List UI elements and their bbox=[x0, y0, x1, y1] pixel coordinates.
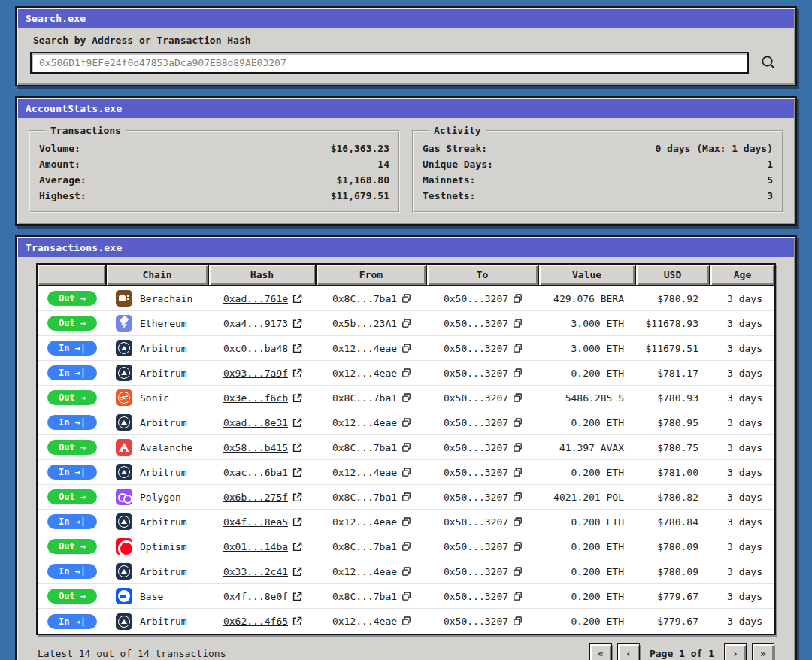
table-row: Out → Ethereum 0xa4...9173 0x5b...23A1 0… bbox=[38, 311, 774, 336]
copy-to-button[interactable] bbox=[513, 517, 523, 527]
column-header-age[interactable]: Age bbox=[710, 265, 774, 285]
column-header-chain[interactable]: Chain bbox=[107, 265, 209, 285]
hash-link[interactable]: 0x4f...8e0f bbox=[223, 591, 288, 602]
copy-to-button[interactable] bbox=[513, 294, 523, 304]
column-header-from[interactable]: From bbox=[317, 265, 427, 285]
copy-to-button[interactable] bbox=[513, 592, 523, 601]
tx-usd: $780.75 bbox=[657, 442, 698, 453]
copy-from-button[interactable] bbox=[401, 542, 411, 552]
tx-value: 0.200 ETH bbox=[571, 467, 624, 478]
copy-icon bbox=[401, 319, 411, 328]
copy-from-button[interactable] bbox=[401, 616, 411, 626]
copy-from-button[interactable] bbox=[401, 492, 411, 502]
external-link-icon[interactable] bbox=[292, 567, 302, 577]
copy-icon bbox=[513, 592, 523, 601]
copy-from-button[interactable] bbox=[401, 368, 411, 378]
prev-page-button[interactable]: ‹ bbox=[617, 643, 640, 660]
external-link-icon[interactable] bbox=[292, 468, 302, 477]
tx-age: 3 days bbox=[727, 616, 762, 627]
tx-age: 3 days bbox=[727, 566, 762, 577]
hash-link[interactable]: 0x33...2c41 bbox=[223, 566, 288, 577]
stat-row-mainnets: Mainnets: 5 bbox=[423, 172, 773, 188]
direction-badge: Out → bbox=[47, 291, 97, 306]
direction-badge: In →| bbox=[47, 514, 97, 529]
chain-name: Arbitrum bbox=[140, 467, 187, 478]
copy-from-button[interactable] bbox=[401, 468, 411, 477]
from-address: 0x12...4eae bbox=[332, 616, 397, 627]
search-button[interactable] bbox=[755, 51, 782, 74]
column-header-badge[interactable] bbox=[38, 265, 107, 285]
hash-link[interactable]: 0x3e...f6cb bbox=[223, 392, 288, 404]
copy-from-button[interactable] bbox=[401, 418, 411, 428]
to-address: 0x50...3207 bbox=[444, 368, 508, 379]
hash-link[interactable]: 0xad...8e31 bbox=[223, 417, 288, 428]
last-page-button[interactable]: » bbox=[752, 643, 774, 660]
to-address: 0x50...3207 bbox=[444, 417, 508, 428]
external-link-icon[interactable] bbox=[292, 418, 302, 428]
copy-to-button[interactable] bbox=[513, 443, 523, 453]
copy-to-button[interactable] bbox=[513, 418, 523, 428]
hash-link[interactable]: 0xa4...9173 bbox=[223, 318, 288, 329]
external-link-icon[interactable] bbox=[292, 542, 302, 552]
search-window-titlebar: Search.exe bbox=[18, 9, 794, 28]
column-header-to[interactable]: To bbox=[427, 265, 539, 285]
hash-link[interactable]: 0x4f...8ea5 bbox=[223, 516, 288, 528]
copy-to-button[interactable] bbox=[513, 542, 523, 552]
chain-name: Ethereum bbox=[140, 318, 187, 329]
table-row: In →| Arbitrum 0xad...8e31 0x12...4eae 0… bbox=[38, 410, 774, 435]
from-address: 0x12...4eae bbox=[332, 516, 397, 528]
hash-link[interactable]: 0x6b...275f bbox=[223, 492, 288, 503]
copy-from-button[interactable] bbox=[401, 344, 411, 353]
external-link-icon[interactable] bbox=[292, 393, 302, 403]
copy-to-button[interactable] bbox=[513, 468, 523, 477]
column-header-value[interactable]: Value bbox=[539, 265, 636, 285]
tx-age: 3 days bbox=[727, 492, 762, 503]
copy-icon bbox=[513, 368, 523, 378]
next-page-button[interactable]: › bbox=[724, 643, 747, 660]
external-link-icon[interactable] bbox=[292, 344, 302, 353]
copy-icon bbox=[513, 319, 523, 328]
table-footer: Latest 14 out of 14 transactions « ‹ Pag… bbox=[36, 635, 776, 660]
copy-to-button[interactable] bbox=[513, 344, 523, 353]
column-header-usd[interactable]: USD bbox=[636, 265, 710, 285]
hash-link[interactable]: 0xac...6ba1 bbox=[223, 467, 288, 478]
copy-from-button[interactable] bbox=[401, 567, 411, 577]
page-indicator: Page 1 of 1 bbox=[645, 648, 719, 659]
copy-icon bbox=[513, 418, 523, 428]
search-input[interactable] bbox=[30, 52, 749, 74]
copy-to-button[interactable] bbox=[513, 319, 523, 328]
first-page-button[interactable]: « bbox=[589, 643, 612, 660]
external-link-icon[interactable] bbox=[292, 443, 302, 453]
copy-from-button[interactable] bbox=[401, 393, 411, 403]
external-link-icon[interactable] bbox=[292, 294, 302, 304]
hash-link[interactable]: 0x58...b415 bbox=[223, 442, 288, 453]
column-header-hash[interactable]: Hash bbox=[209, 265, 317, 285]
hash-link[interactable]: 0xc0...ba48 bbox=[223, 343, 288, 354]
stat-label: Volume: bbox=[39, 141, 80, 156]
copy-to-button[interactable] bbox=[513, 368, 523, 378]
hash-link[interactable]: 0xad...761e bbox=[223, 293, 288, 304]
copy-to-button[interactable] bbox=[513, 393, 523, 403]
hash-link[interactable]: 0x01...14ba bbox=[223, 541, 288, 553]
copy-icon bbox=[513, 567, 523, 577]
copy-from-button[interactable] bbox=[401, 294, 411, 304]
chain-name: Sonic bbox=[140, 392, 169, 404]
copy-to-button[interactable] bbox=[513, 616, 523, 626]
copy-to-button[interactable] bbox=[513, 492, 523, 502]
copy-from-button[interactable] bbox=[401, 517, 411, 527]
to-address: 0x50...3207 bbox=[444, 616, 508, 627]
copy-to-button[interactable] bbox=[513, 567, 523, 577]
external-link-icon[interactable] bbox=[292, 319, 302, 328]
external-link-icon[interactable] bbox=[292, 368, 302, 378]
copy-from-button[interactable] bbox=[401, 443, 411, 453]
hash-link[interactable]: 0x93...7a9f bbox=[223, 368, 288, 379]
from-address: 0x8C...7ba1 bbox=[332, 591, 397, 602]
hash-link[interactable]: 0x62...4f65 bbox=[223, 616, 288, 627]
copy-from-button[interactable] bbox=[401, 592, 411, 601]
external-link-icon[interactable] bbox=[292, 492, 302, 502]
external-link-icon[interactable] bbox=[292, 592, 302, 601]
external-link-icon[interactable] bbox=[292, 517, 302, 527]
external-link-icon[interactable] bbox=[292, 616, 302, 626]
copy-from-button[interactable] bbox=[401, 319, 411, 328]
direction-badge: In →| bbox=[47, 564, 97, 579]
